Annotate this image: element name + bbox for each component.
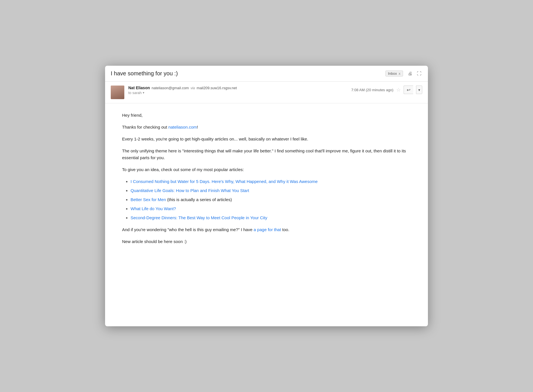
list-item: Quantitative Life Goals: How to Plan and…: [131, 187, 411, 194]
print-icon[interactable]: 🖨: [407, 71, 413, 77]
article-link-4[interactable]: What Life do You Want?: [131, 206, 176, 211]
to-row: to sarah ▾: [128, 91, 347, 95]
paragraph-5: And if you're wondering "who the hell is…: [122, 226, 411, 233]
star-icon[interactable]: ☆: [396, 87, 401, 93]
list-item: I Consumed Nothing but Water for 5 Days.…: [131, 178, 411, 185]
avatar: [111, 86, 124, 99]
sender-name: Nat Eliason: [128, 86, 150, 90]
list-item: Better Sex for Men (this is actually a s…: [131, 196, 411, 203]
to-label: to sarah: [128, 91, 142, 95]
nateliason-link[interactable]: nateliason.com: [168, 125, 197, 129]
greeting: Hey friend,: [122, 112, 411, 119]
para5-prefix: And if you're wondering "who the hell is…: [122, 227, 254, 232]
expand-icon[interactable]: ⛶: [416, 71, 422, 77]
sender-info: Nat Eliason nateliason@gmail.com via mai…: [128, 86, 347, 95]
sender-meta: 7:08 AM (20 minutes ago) ☆ ↩ ▾: [351, 86, 422, 94]
sender-bar: Nat Eliason nateliason@gmail.com via mai…: [105, 82, 428, 103]
avatar-image: [111, 86, 124, 99]
para1-prefix: Thanks for checking out: [122, 125, 168, 129]
para1-suffix: !: [197, 125, 198, 129]
sender-email: nateliason@gmail.com: [152, 86, 189, 90]
email-subject: I have something for you :): [111, 70, 381, 77]
article-link-1[interactable]: I Consumed Nothing but Water for 5 Days.…: [131, 179, 318, 184]
inbox-close-button[interactable]: x: [399, 71, 401, 76]
paragraph-4: To give you an idea, check out some of m…: [122, 166, 411, 173]
title-actions: 🖨 ⛶: [407, 71, 422, 77]
via-text: via: [191, 86, 195, 90]
about-page-link[interactable]: a page for that: [254, 227, 281, 232]
article-link-5[interactable]: Second-Degree Dinners: The Best Way to M…: [131, 215, 267, 220]
sender-name-row: Nat Eliason nateliason@gmail.com via mai…: [128, 86, 347, 90]
para5-suffix: too.: [281, 227, 289, 232]
inbox-label: Inbox: [388, 71, 397, 76]
to-dropdown-icon[interactable]: ▾: [143, 91, 144, 95]
reply-button[interactable]: ↩: [404, 86, 413, 94]
paragraph-3: The only unifying theme here is "interes…: [122, 148, 411, 161]
paragraph-1: Thanks for checking out nateliason.com!: [122, 124, 411, 131]
paragraph-2: Every 1-2 weeks, you're going to get hig…: [122, 136, 411, 142]
list-item: What Life do You Want?: [131, 205, 411, 212]
timestamp: 7:08 AM (20 minutes ago): [351, 88, 393, 92]
articles-list: I Consumed Nothing but Water for 5 Days.…: [131, 178, 411, 221]
article-3-suffix: (this is actually a series of articles): [166, 197, 232, 202]
list-item: Second-Degree Dinners: The Best Way to M…: [131, 214, 411, 221]
email-body: Hey friend, Thanks for checking out nate…: [105, 103, 428, 259]
title-bar: I have something for you :) Inbox x 🖨 ⛶: [105, 66, 428, 82]
via-domain: mail209.suw16.rsgsv.net: [197, 86, 237, 90]
paragraph-6: New article should be here soon :): [122, 238, 411, 245]
inbox-badge[interactable]: Inbox x: [385, 71, 403, 76]
more-actions-button[interactable]: ▾: [416, 86, 422, 94]
article-link-3[interactable]: Better Sex for Men: [131, 197, 166, 202]
article-link-2[interactable]: Quantitative Life Goals: How to Plan and…: [131, 188, 249, 193]
email-window: I have something for you :) Inbox x 🖨 ⛶ …: [105, 66, 428, 326]
